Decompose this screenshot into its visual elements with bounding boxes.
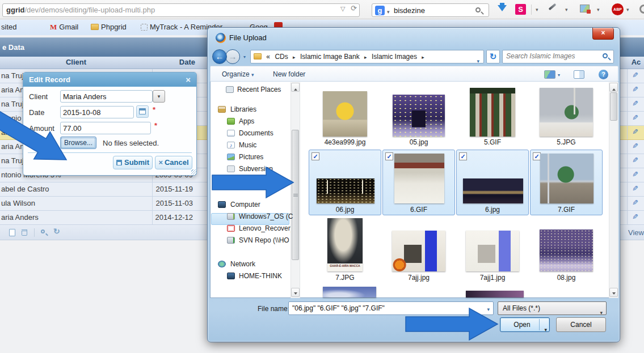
checkbox-checked-icon[interactable]: ✓ [312, 152, 319, 160]
edit-pencil-icon[interactable]: ✎ [632, 142, 638, 150]
close-button[interactable]: × [592, 28, 614, 40]
thumbnail-image[interactable] [466, 291, 524, 297]
adblock-icon[interactable]: ABP [612, 3, 624, 15]
sidebar-item-documents[interactable]: Documents [227, 127, 273, 139]
scroll-down-icon[interactable] [291, 288, 300, 297]
sidebar-item-libraries[interactable]: Libraries [218, 104, 256, 115]
edit-pencil-icon[interactable]: ✎ [632, 127, 638, 136]
date-field[interactable] [60, 106, 134, 118]
extension-caret-icon[interactable]: ▾ [597, 7, 600, 12]
breadcrumb-cds[interactable]: CDs [275, 53, 288, 61]
scrollbar-thumb[interactable] [292, 130, 299, 260]
column-header-client[interactable]: Client [0, 58, 152, 66]
search-bar[interactable]: g ▾ bisdezine [372, 3, 489, 17]
search-query[interactable]: bisdezine [394, 6, 425, 15]
sidebar-scrollbar[interactable] [291, 82, 300, 298]
client-dropdown-icon[interactable]: ▾ [153, 90, 165, 103]
thumbnail-image[interactable] [392, 231, 445, 271]
open-caret-icon[interactable]: ▾ [544, 323, 547, 337]
checkbox-checked-icon[interactable]: ✓ [533, 152, 541, 160]
sidebar-item-computer[interactable]: Computer [218, 199, 260, 210]
organize-menu[interactable]: Organize ▾ [222, 70, 254, 78]
preview-pane-icon[interactable] [574, 70, 584, 79]
refresh-button[interactable]: ↻ [486, 50, 500, 63]
close-icon[interactable]: × [186, 73, 191, 87]
sidebar-item-subversion[interactable]: Subversion [227, 163, 273, 175]
client-select[interactable] [60, 90, 153, 103]
edit-pencil-icon[interactable]: ✎ [632, 85, 638, 93]
sidebar-item-svn-repo[interactable]: SVN Repo (\\HO [227, 235, 289, 246]
search-icon[interactable] [475, 7, 481, 12]
submit-button[interactable]: Submit [113, 156, 153, 169]
sidebar-item-windows7-os[interactable]: Windows7_OS (C [227, 211, 293, 222]
search-icon[interactable] [603, 53, 608, 58]
gear-icon[interactable] [639, 5, 644, 14]
edit-pencil-icon[interactable]: ✎ [632, 212, 638, 221]
selected-file-item[interactable]: ✓ 6.jpg [456, 150, 529, 215]
views-icon[interactable] [544, 70, 555, 79]
resize-handle[interactable] [191, 169, 196, 175]
selected-file-item[interactable]: ✓ 6.GIF [382, 150, 455, 215]
search-field[interactable] [502, 50, 614, 63]
edit-pencil-icon[interactable]: ✎ [632, 99, 638, 108]
adblock-caret-icon[interactable]: ▾ [626, 7, 629, 12]
sidebar-item-music[interactable]: ♪Music [227, 139, 256, 151]
eyedropper-icon[interactable] [548, 3, 556, 11]
selected-file-item[interactable]: ✓ 06.jpg [309, 150, 381, 215]
address-bar[interactable]: « CDs ▸ Islamic Image Bank ▸ Islamic Ima… [250, 50, 484, 63]
file-label[interactable]: 08.jpg [531, 274, 602, 282]
file-name-dropdown-icon[interactable]: ▾ [487, 307, 490, 312]
browse-button[interactable]: Browse... [60, 137, 96, 149]
screenshot-extension-icon[interactable] [580, 5, 590, 12]
breadcrumb-islamic-image-bank[interactable]: Islamic Image Bank [300, 53, 360, 61]
thumbnail-image[interactable] [540, 88, 593, 137]
extension-caret-icon[interactable]: ▾ [565, 7, 568, 12]
cancel-button[interactable]: Cancel [556, 317, 606, 332]
search-engine-caret-icon[interactable]: ▾ [387, 9, 390, 15]
reload-icon[interactable]: ⟳ [351, 4, 357, 12]
history-caret-icon[interactable]: ▾ [243, 54, 246, 59]
thumbnail-image[interactable] [470, 88, 515, 137]
column-header-date[interactable]: Date [152, 58, 195, 66]
thumbnail-image[interactable] [540, 229, 593, 271]
file-label[interactable]: 7ajj1.jpg [457, 274, 528, 282]
content-scrollbar[interactable] [609, 82, 618, 298]
add-record-icon[interactable] [9, 229, 15, 236]
google-icon[interactable]: g [375, 6, 385, 15]
thumbnail-image[interactable] [466, 231, 519, 271]
sidebar-item-recent-places[interactable]: Recent Places [226, 84, 281, 95]
forward-button[interactable]: → [225, 49, 240, 64]
search-records-icon[interactable] [41, 229, 45, 233]
checkbox-checked-icon[interactable]: ✓ [385, 152, 393, 160]
selected-file-item[interactable]: ✓ 7.GIF [530, 150, 603, 215]
file-label[interactable]: 5.GIF [457, 138, 528, 146]
sidebar-item-lenovo-recovery[interactable]: Lenovo_Recovery [227, 223, 294, 234]
thumbnail-image[interactable] [393, 95, 445, 137]
edit-pencil-icon[interactable]: ✎ [632, 170, 638, 178]
file-type-select[interactable]: All Files (*.*) ▾ [498, 301, 607, 315]
delete-record-icon[interactable] [22, 229, 27, 236]
url-dropdown-icon[interactable]: ▽ [340, 5, 345, 12]
edit-pencil-icon[interactable]: ✎ [632, 71, 638, 79]
extension-caret-icon[interactable]: ▾ [536, 7, 538, 12]
thumbnail-image[interactable] [323, 91, 367, 137]
column-header-action[interactable]: Ac [628, 58, 644, 66]
scroll-down-icon[interactable] [609, 288, 618, 297]
bookmark-gmail[interactable]: MGmail [50, 23, 78, 32]
open-button[interactable]: Open ▾ [500, 317, 550, 332]
sidebar-item-videos[interactable]: Videos [227, 175, 259, 186]
sidebar-item-network[interactable]: Network [218, 258, 255, 270]
scribd-extension-icon[interactable]: S [515, 4, 526, 15]
dialog-title[interactable]: Edit Record [23, 73, 196, 87]
refresh-grid-icon[interactable]: ↻ [53, 227, 60, 236]
bookmark-phpgrid[interactable]: Phpgrid [91, 23, 127, 31]
edit-pencil-icon[interactable]: ✎ [632, 113, 638, 122]
download-icon[interactable] [498, 5, 507, 16]
new-folder-button[interactable]: New folder [273, 70, 305, 78]
calendar-icon[interactable] [136, 105, 149, 118]
scrollbar-thumb[interactable] [610, 92, 617, 121]
sidebar-item-apps[interactable]: Apps [227, 116, 254, 127]
edit-pencil-icon[interactable]: ✎ [632, 184, 638, 193]
scroll-up-icon[interactable] [609, 83, 618, 92]
file-name-input[interactable]: ▾ [288, 301, 494, 315]
